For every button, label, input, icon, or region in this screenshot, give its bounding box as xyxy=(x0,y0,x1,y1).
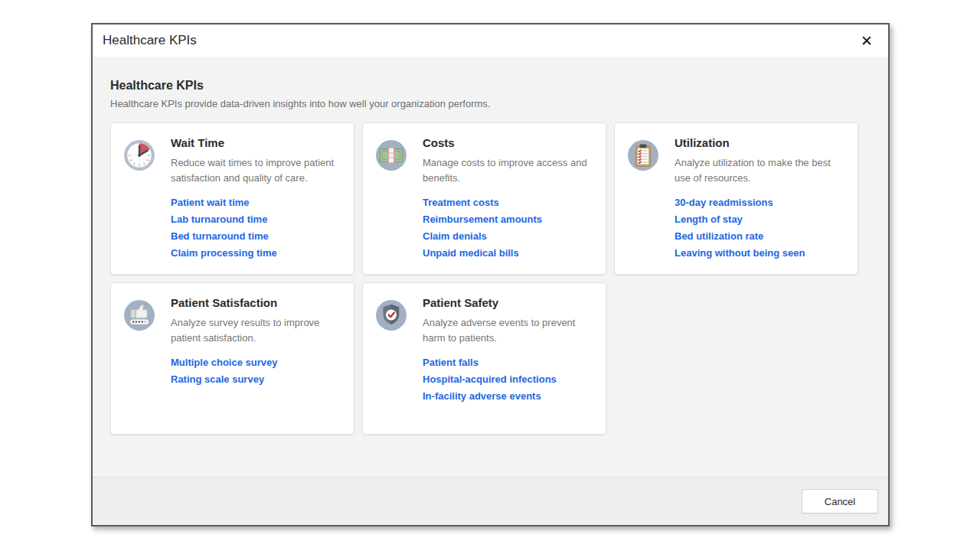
dialog-body: Healthcare KPIs Healthcare KPIs provide … xyxy=(93,57,888,477)
kpi-link[interactable]: Treatment costs xyxy=(423,197,593,207)
kpi-link[interactable]: Unpaid medical bills xyxy=(423,248,593,258)
kpi-card-icon xyxy=(375,139,407,171)
kpi-card-content: Wait Time Reduce wait times to improve p… xyxy=(171,135,341,262)
kpi-link[interactable]: Claim processing time xyxy=(171,248,341,258)
kpi-card-icon xyxy=(123,299,155,331)
kpi-link[interactable]: Hospital-acquired infections xyxy=(423,374,593,384)
kpi-card-description: Analyze survey results to improve patien… xyxy=(171,315,341,346)
kpi-card-icon xyxy=(375,299,407,331)
kpi-card-title: Patient Satisfaction xyxy=(171,296,341,309)
kpi-card-content: Costs Manage costs to improve access and… xyxy=(423,135,593,262)
kpi-card-costs: Costs Manage costs to improve access and… xyxy=(362,122,606,275)
kpi-card-patient-satisfaction: Patient Satisfaction Analyze survey resu… xyxy=(110,282,354,435)
kpi-card-icon xyxy=(627,139,659,171)
kpi-card-links: Patient fallsHospital-acquired infection… xyxy=(423,357,593,401)
kpi-card-description: Manage costs to improve access and benef… xyxy=(423,155,593,186)
kpi-link[interactable]: Multiple choice survey xyxy=(171,357,341,367)
kpi-link[interactable]: Length of stay xyxy=(675,214,845,224)
page-subtitle: Healthcare KPIs provide data-driven insi… xyxy=(110,98,871,109)
kpi-card-content: Patient Satisfaction Analyze survey resu… xyxy=(171,295,341,422)
kpi-link[interactable]: Leaving without being seen xyxy=(675,248,845,258)
dialog-titlebar: Healthcare KPIs ✕ xyxy=(93,24,888,57)
kpi-card-links: 30-day readmissionsLength of stayBed uti… xyxy=(675,197,845,258)
kpi-card-links: Treatment costsReimbursement amountsClai… xyxy=(423,197,593,258)
kpi-card-content: Utilization Analyze utilization to make … xyxy=(675,135,845,262)
kpi-link[interactable]: In-facility adverse events xyxy=(423,391,593,401)
shield-check-icon xyxy=(375,299,407,331)
kpi-card-title: Utilization xyxy=(675,136,845,149)
kpi-link[interactable]: Rating scale survey xyxy=(171,374,341,384)
kpi-link[interactable]: Claim denials xyxy=(423,231,593,241)
kpi-card-patient-safety: Patient Safety Analyze adverse events to… xyxy=(362,282,606,435)
clock-icon xyxy=(123,139,155,171)
kpi-link[interactable]: Lab turnaround time xyxy=(171,214,341,224)
kpi-link[interactable]: Patient wait time xyxy=(171,197,341,207)
kpi-link[interactable]: Bed utilization rate xyxy=(675,231,845,241)
kpi-card-description: Analyze utilization to make the best use… xyxy=(675,155,845,186)
money-icon xyxy=(375,139,407,171)
kpi-card-description: Reduce wait times to improve patient sat… xyxy=(171,155,341,186)
clipboard-checklist-icon xyxy=(627,139,659,171)
cancel-button[interactable]: Cancel xyxy=(802,489,878,514)
kpi-card-icon xyxy=(123,139,155,171)
kpi-link[interactable]: Bed turnaround time xyxy=(171,231,341,241)
kpi-link[interactable]: 30-day readmissions xyxy=(675,197,845,207)
page-title: Healthcare KPIs xyxy=(110,79,871,93)
kpi-card-links: Patient wait timeLab turnaround timeBed … xyxy=(171,197,341,258)
kpi-card-title: Patient Safety xyxy=(423,296,593,309)
kpi-card-title: Wait Time xyxy=(171,136,341,149)
dialog-title: Healthcare KPIs xyxy=(103,33,197,48)
kpi-card-title: Costs xyxy=(423,136,593,149)
kpi-card-description: Analyze adverse events to prevent harm t… xyxy=(423,315,593,346)
kpi-card-links: Multiple choice surveyRating scale surve… xyxy=(171,357,341,384)
kpi-card-grid: Wait Time Reduce wait times to improve p… xyxy=(110,122,871,435)
kpi-link[interactable]: Patient falls xyxy=(423,357,593,367)
kpi-card-content: Patient Safety Analyze adverse events to… xyxy=(423,295,593,422)
kpi-link[interactable]: Reimbursement amounts xyxy=(423,214,593,224)
kpi-card-utilization: Utilization Analyze utilization to make … xyxy=(614,122,858,275)
thumbs-up-icon xyxy=(123,299,155,331)
close-icon[interactable]: ✕ xyxy=(854,32,879,50)
kpi-card-wait-time: Wait Time Reduce wait times to improve p… xyxy=(110,122,354,275)
dialog-footer: Cancel xyxy=(93,477,888,525)
healthcare-kpis-dialog: Healthcare KPIs ✕ Healthcare KPIs Health… xyxy=(91,23,890,527)
